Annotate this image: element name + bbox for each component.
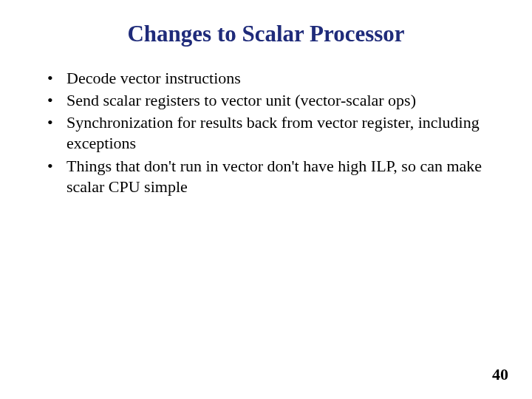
bullet-list: Decode vector instructions Send scalar r… xyxy=(37,68,495,197)
list-item: Send scalar registers to vector unit (ve… xyxy=(47,90,495,111)
page-title: Changes to Scalar Processor xyxy=(37,21,495,47)
list-item: Things that don't run in vector don't ha… xyxy=(47,156,495,197)
list-item: Synchronization for results back from ve… xyxy=(47,112,495,154)
page-number: 40 xyxy=(492,365,508,384)
list-item: Decode vector instructions xyxy=(47,68,495,89)
slide: Changes to Scalar Processor Decode vecto… xyxy=(0,0,532,399)
